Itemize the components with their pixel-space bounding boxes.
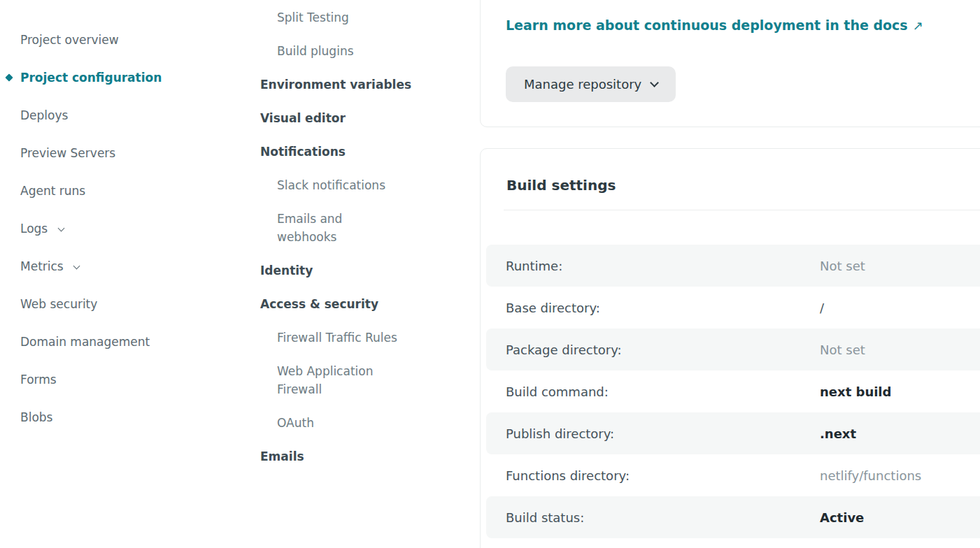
row-value: Not set (820, 342, 865, 357)
docs-link-label: Learn more about continuous deployment i… (506, 17, 908, 33)
sidebar-item-label: Blobs (20, 410, 52, 424)
subnav-item[interactable]: Access & security (260, 295, 421, 313)
table-row: Functions directory: netlify/functions (486, 454, 980, 496)
row-value: netlify/functions (820, 468, 921, 483)
sidebar-item[interactable]: Deploys (20, 106, 230, 124)
build-settings-card: Build settings Runtime: Not set Base dir… (480, 148, 980, 548)
subnav-item-label: Access & security (260, 297, 378, 311)
row-value: Not set (820, 259, 865, 273)
subnav-item-label: Build plugins (277, 44, 354, 58)
subnav-item-label: Identity (260, 264, 313, 277)
subnav-item[interactable]: Firewall Traffic Rules (260, 329, 404, 347)
configuration-subnav-list: Split Testing Build plugins Environment … (260, 8, 442, 466)
sidebar-item[interactable]: Blobs (20, 408, 230, 426)
project-sidebar-list: Project overview Project configuration D… (20, 31, 230, 426)
build-settings-title: Build settings (506, 175, 980, 195)
sidebar-item-label: Forms (20, 373, 57, 387)
subnav-item[interactable]: Emails (260, 447, 421, 466)
subnav-item-label: Visual editor (260, 111, 346, 125)
card-divider (504, 210, 980, 210)
sidebar-item[interactable]: Preview Servers (20, 144, 230, 162)
subnav-item[interactable]: Identity (260, 261, 421, 280)
table-row: Base directory: / (486, 287, 980, 329)
sidebar-item[interactable]: Project overview (20, 31, 230, 49)
subnav-item[interactable]: Slack notifications (260, 176, 404, 194)
row-label: Package directory: (506, 342, 820, 357)
manage-repository-button[interactable]: Manage repository (506, 66, 676, 102)
sidebar-item-label: Preview Servers (20, 146, 115, 160)
table-row: Package directory: Not set (486, 329, 980, 370)
subnav-item[interactable]: Split Testing (260, 8, 404, 27)
subnav-item-label: Web Application Firewall (277, 364, 373, 396)
subnav-item-label: OAuth (277, 416, 314, 430)
sidebar-item[interactable]: Agent runs (20, 182, 230, 200)
subnav-item[interactable]: Notifications (260, 143, 421, 161)
sidebar-item[interactable]: Domain management (20, 333, 230, 351)
row-value: next build (820, 384, 891, 399)
external-link-icon: ↗ (913, 18, 923, 33)
subnav-item-label: Notifications (260, 145, 346, 159)
row-label: Build status: (506, 510, 820, 525)
subnav-item-label: Firewall Traffic Rules (277, 331, 397, 345)
table-row: Publish directory: .next (486, 412, 980, 454)
docs-link[interactable]: Learn more about continuous deployment i… (506, 16, 923, 35)
sidebar-item[interactable]: Project configuration (20, 68, 230, 87)
chevron-down-icon (57, 225, 64, 232)
subnav-item-label: Emails (260, 449, 304, 463)
row-value: .next (820, 426, 856, 441)
sidebar-item-label: Project overview (20, 33, 119, 47)
subnav-item-label: Slack notifications (277, 178, 385, 192)
table-row: Runtime: Not set (486, 245, 980, 287)
manage-repository-label: Manage repository (524, 77, 641, 92)
sidebar-item-label: Deploys (20, 108, 68, 122)
row-label: Functions directory: (506, 468, 820, 483)
build-settings-table: Runtime: Not set Base directory: / Packa… (486, 245, 980, 538)
row-label: Runtime: (506, 259, 820, 273)
sidebar-item-label: Agent runs (20, 184, 85, 198)
sidebar-item[interactable]: Forms (20, 370, 230, 389)
sidebar-item-label: Logs (20, 222, 48, 236)
sidebar-item-label: Project configuration (20, 71, 162, 85)
subnav-item[interactable]: Web Application Firewall (260, 362, 404, 398)
sidebar-item[interactable]: Metrics (20, 257, 230, 275)
subnav-item[interactable]: Visual editor (260, 109, 421, 127)
subnav-item[interactable]: OAuth (260, 414, 404, 432)
sidebar-item[interactable]: Logs (20, 219, 230, 238)
subnav-item-label: Split Testing (277, 10, 349, 24)
table-row: Build status: Active (486, 496, 980, 538)
sidebar-item-label: Metrics (20, 259, 64, 273)
subnav-item[interactable]: Emails and webhooks (260, 210, 404, 246)
chevron-down-icon (650, 78, 659, 87)
row-value: Active (820, 510, 864, 525)
sidebar-item[interactable]: Web security (20, 295, 230, 313)
active-item-diamond-icon (5, 73, 13, 81)
subnav-item[interactable]: Build plugins (260, 42, 404, 60)
table-row: Build command: next build (486, 370, 980, 412)
subnav-item-label: Environment variables (260, 78, 411, 92)
continuous-deployment-card: Learn more about continuous deployment i… (480, 0, 980, 127)
project-sidebar: Project overview Project configuration D… (20, 31, 230, 446)
subnav-item-label: Emails and webhooks (277, 212, 342, 244)
row-label: Base directory: (506, 301, 820, 315)
row-value: / (820, 301, 824, 315)
sidebar-item-label: Domain management (20, 335, 150, 349)
sidebar-item-label: Web security (20, 297, 97, 311)
configuration-subnav: Split Testing Build plugins Environment … (260, 8, 442, 481)
row-label: Publish directory: (506, 426, 820, 441)
chevron-down-icon (73, 263, 80, 270)
subnav-item[interactable]: Environment variables (260, 75, 421, 94)
row-label: Build command: (506, 384, 820, 399)
